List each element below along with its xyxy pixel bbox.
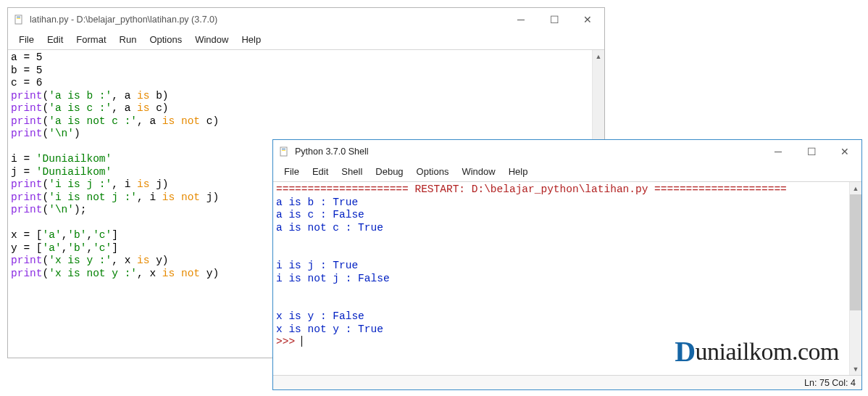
shell-titlebar[interactable]: Python 3.7.0 Shell ─ ☐ ✕ <box>273 140 861 163</box>
svg-rect-2 <box>17 18 20 19</box>
menu-edit[interactable]: Edit <box>306 165 335 178</box>
shell-scrollbar[interactable]: ▲ ▼ <box>849 182 861 375</box>
menu-options[interactable]: Options <box>143 33 188 46</box>
scroll-up-icon[interactable]: ▲ <box>850 182 861 194</box>
shell-output[interactable]: ===================== RESTART: D:\belaja… <box>273 182 849 375</box>
menu-options[interactable]: Options <box>410 165 456 178</box>
menu-help[interactable]: Help <box>502 165 535 178</box>
minimize-button[interactable]: ─ <box>761 140 795 163</box>
shell-window: Python 3.7.0 Shell ─ ☐ ✕ File Edit Shell… <box>272 139 862 390</box>
python-shell-icon <box>279 146 291 157</box>
maximize-button[interactable]: ☐ <box>795 140 828 163</box>
maximize-button[interactable]: ☐ <box>538 8 571 31</box>
editor-menubar: File Edit Format Run Options Window Help <box>8 31 604 49</box>
editor-window-controls: ─ ☐ ✕ <box>504 8 604 31</box>
shell-menubar: File Edit Shell Debug Options Window Hel… <box>273 163 861 181</box>
scroll-thumb[interactable] <box>850 194 861 310</box>
shell-window-controls: ─ ☐ ✕ <box>761 140 861 163</box>
menu-help[interactable]: Help <box>235 33 267 46</box>
menu-run[interactable]: Run <box>113 33 143 46</box>
editor-window-title: latihan.py - D:\belajar_python\latihan.p… <box>30 15 504 25</box>
menu-debug[interactable]: Debug <box>369 165 409 178</box>
svg-rect-1 <box>17 17 20 17</box>
python-file-icon <box>14 14 25 25</box>
menu-shell[interactable]: Shell <box>335 165 369 178</box>
scroll-up-icon[interactable]: ▲ <box>593 50 604 62</box>
menu-file[interactable]: File <box>12 33 41 46</box>
shell-statusbar: Ln: 75 Col: 4 <box>273 375 861 389</box>
menu-window[interactable]: Window <box>188 33 235 46</box>
scroll-down-icon[interactable]: ▼ <box>850 363 861 375</box>
cursor-position: Ln: 75 Col: 4 <box>804 378 856 388</box>
svg-rect-4 <box>282 149 285 149</box>
svg-rect-0 <box>15 15 22 24</box>
editor-titlebar[interactable]: latihan.py - D:\belajar_python\latihan.p… <box>8 8 604 31</box>
minimize-button[interactable]: ─ <box>504 8 538 31</box>
close-button[interactable]: ✕ <box>828 140 861 163</box>
shell-area: ===================== RESTART: D:\belaja… <box>273 181 861 375</box>
menu-window[interactable]: Window <box>455 165 501 178</box>
close-button[interactable]: ✕ <box>571 8 604 31</box>
menu-edit[interactable]: Edit <box>41 33 70 46</box>
menu-file[interactable]: File <box>277 165 306 178</box>
svg-rect-3 <box>280 147 287 156</box>
svg-rect-5 <box>282 150 285 151</box>
menu-format[interactable]: Format <box>70 33 112 46</box>
shell-window-title: Python 3.7.0 Shell <box>295 147 761 157</box>
